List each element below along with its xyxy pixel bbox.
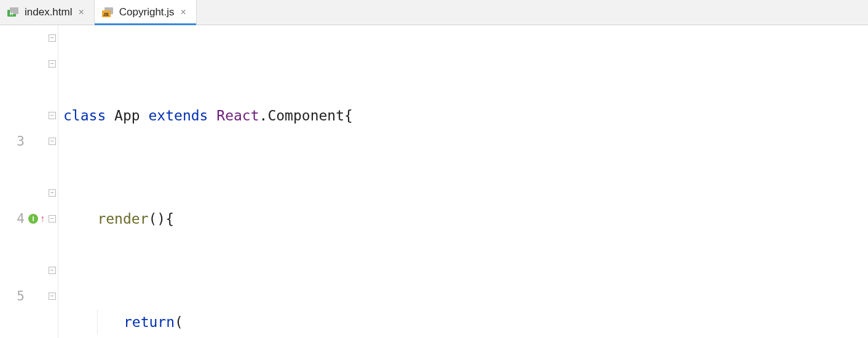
html-file-icon: H bbox=[7, 6, 20, 18]
gutter: 3 4 I ↑ 5 6 7 8 9 10 11 12 13 14 bbox=[0, 25, 58, 338]
svg-text:H: H bbox=[10, 12, 13, 16]
fold-toggle-icon[interactable] bbox=[49, 293, 56, 300]
line-number: 5 bbox=[0, 283, 25, 309]
line-number: 4 bbox=[0, 206, 25, 232]
code-editor[interactable]: 3 4 I ↑ 5 6 7 8 9 10 11 12 13 14 class A… bbox=[0, 25, 868, 338]
fold-toggle-icon[interactable] bbox=[49, 112, 56, 119]
code-area[interactable]: class App extends React.Component{ rende… bbox=[58, 25, 868, 338]
code-line[interactable]: class App extends React.Component{ bbox=[63, 103, 868, 128]
code-line[interactable]: render(){ bbox=[63, 206, 868, 232]
fold-toggle-icon[interactable] bbox=[49, 60, 56, 68]
fold-toggle-icon[interactable] bbox=[49, 138, 56, 145]
js-file-icon: JS bbox=[102, 6, 114, 18]
fold-strip bbox=[47, 25, 58, 338]
code-line[interactable]: return( bbox=[63, 309, 868, 335]
fold-toggle-icon[interactable] bbox=[49, 267, 56, 274]
editor-tabbar: H index.html × JS Copyright.js × bbox=[0, 0, 868, 25]
implements-marker-icon[interactable]: I bbox=[28, 214, 38, 224]
fold-toggle-icon[interactable] bbox=[49, 34, 56, 42]
tab-index-html[interactable]: H index.html × bbox=[0, 0, 95, 25]
fold-toggle-icon[interactable] bbox=[49, 189, 56, 197]
fold-toggle-icon[interactable] bbox=[49, 215, 56, 222]
close-icon[interactable]: × bbox=[180, 6, 187, 18]
line-number: 3 bbox=[0, 128, 25, 154]
close-icon[interactable]: × bbox=[77, 6, 85, 18]
tab-label: Copyright.js bbox=[119, 6, 175, 18]
tab-label: index.html bbox=[25, 6, 72, 18]
override-up-icon[interactable]: ↑ bbox=[40, 206, 45, 232]
svg-text:JS: JS bbox=[103, 12, 109, 17]
tab-copyright-js[interactable]: JS Copyright.js × bbox=[95, 0, 197, 25]
